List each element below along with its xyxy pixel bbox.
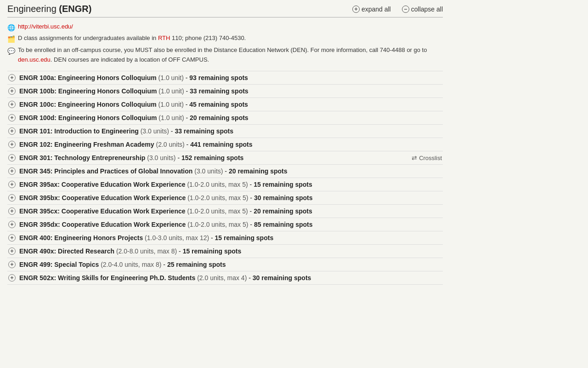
list-item: +ENGR 345: Principles and Practices of G… xyxy=(7,165,443,178)
course-units: (1.0-2.0 units, max 5) xyxy=(186,181,248,188)
course-expand-button[interactable]: + xyxy=(8,247,16,255)
course-units: (2.0 units) xyxy=(154,141,185,148)
course-expand-button[interactable]: + xyxy=(8,221,16,228)
course-units: (3.0 units) xyxy=(192,167,223,175)
info-row-den: 💬 To be enrolled in an off-campus course… xyxy=(7,46,443,65)
collapse-all-label: collapse all xyxy=(411,6,443,13)
course-units: (3.0 units) xyxy=(139,127,169,135)
course-expand-button[interactable]: + xyxy=(8,141,16,148)
course-name: ENGR 499: Special Topics (2.0-4.0 units,… xyxy=(19,261,226,268)
course-name: ENGR 101: Introduction to Engineering (3… xyxy=(19,127,233,135)
list-item: +ENGR 395cx: Cooperative Education Work … xyxy=(7,205,443,218)
crosslist-label: Crosslist xyxy=(419,155,442,161)
course-spots: 30 remaining spots xyxy=(254,194,313,201)
class-icon: 🗂️ xyxy=(7,34,15,44)
course-expand-button[interactable]: + xyxy=(8,194,16,201)
course-units: (1.0 unit) xyxy=(157,114,184,121)
list-item: +ENGR 490x: Directed Research (2.0-8.0 u… xyxy=(7,245,443,258)
course-name: ENGR 301: Technology Entrepreneurship (3… xyxy=(19,154,243,161)
course-spots: 15 remaining spots xyxy=(183,247,242,255)
collapse-all-button[interactable]: − collapse all xyxy=(402,6,443,13)
course-expand-button[interactable]: + xyxy=(8,234,16,242)
course-name: ENGR 100d: Engineering Honors Colloquium… xyxy=(19,114,249,121)
course-expand-button[interactable]: + xyxy=(8,181,16,188)
course-spots: 20 remaining spots xyxy=(190,114,249,121)
course-spots: 33 remaining spots xyxy=(175,127,233,135)
course-name: ENGR 345: Principles and Practices of Gl… xyxy=(19,167,288,175)
course-spots: 20 remaining spots xyxy=(229,167,288,175)
course-units: (1.0 unit) xyxy=(157,101,184,108)
course-spots: 33 remaining spots xyxy=(190,87,249,95)
course-units: (1.0 unit) xyxy=(157,74,184,81)
expand-collapse-controls: + expand all − collapse all xyxy=(352,6,443,13)
course-spots: 30 remaining spots xyxy=(253,274,311,282)
collapse-all-icon: − xyxy=(402,6,409,13)
globe-icon: 🌐 xyxy=(7,23,15,33)
crosslist-icon: ⇄ xyxy=(412,154,417,161)
course-units: (1.0-2.0 units, max 5) xyxy=(186,207,248,215)
course-units: (1.0-2.0 units, max 5) xyxy=(186,221,248,228)
info-icon-bubble: 💬 xyxy=(7,46,15,56)
course-spots: 152 remaining spots xyxy=(181,154,243,161)
list-item: +ENGR 100d: Engineering Honors Colloquiu… xyxy=(7,111,443,125)
rth-link[interactable]: RTH xyxy=(158,34,170,41)
crosslist-badge: ⇄Crosslist xyxy=(412,154,442,161)
website-link[interactable]: http://viterbi.usc.edu/ xyxy=(18,23,73,30)
expand-all-label: expand all xyxy=(362,6,391,13)
course-name: ENGR 100a: Engineering Honors Colloquium… xyxy=(19,74,248,81)
course-units: (2.0-4.0 units, max 8) xyxy=(99,261,161,268)
course-expand-button[interactable]: + xyxy=(8,87,16,95)
course-spots: 15 remaining spots xyxy=(254,181,312,188)
course-expand-button[interactable]: + xyxy=(8,154,16,161)
course-spots: 93 remaining spots xyxy=(189,74,248,81)
course-name: ENGR 395cx: Cooperative Education Work E… xyxy=(19,207,312,215)
course-units: (3.0 units) xyxy=(145,154,175,161)
course-expand-button[interactable]: + xyxy=(8,101,16,108)
course-name: ENGR 100c: Engineering Honors Colloquium… xyxy=(19,101,248,108)
course-units: (1.0 unit) xyxy=(157,87,184,95)
list-item: +ENGR 100b: Engineering Honors Colloquiu… xyxy=(7,85,443,98)
course-spots: 20 remaining spots xyxy=(254,207,312,215)
course-expand-button[interactable]: + xyxy=(8,74,16,81)
course-expand-button[interactable]: + xyxy=(8,114,16,121)
course-spots: 441 remaining spots xyxy=(190,141,252,148)
course-name: ENGR 395dx: Cooperative Education Work E… xyxy=(19,221,313,228)
list-item: +ENGR 301: Technology Entrepreneurship (… xyxy=(7,151,443,165)
course-name: ENGR 400: Engineering Honors Projects (1… xyxy=(19,234,273,242)
info-row-class: 🗂️ D class assignments for undergraduate… xyxy=(7,34,443,44)
course-units: (2.0 units, max 4) xyxy=(195,274,247,282)
list-item: +ENGR 102: Engineering Freshman Academy … xyxy=(7,138,443,151)
list-item: +ENGR 101: Introduction to Engineering (… xyxy=(7,125,443,138)
page-title: Engineering (ENGR) xyxy=(7,4,91,14)
course-units: (1.0-2.0 units, max 5) xyxy=(186,194,248,201)
list-item: +ENGR 400: Engineering Honors Projects (… xyxy=(7,231,443,245)
course-expand-button[interactable]: + xyxy=(8,127,16,135)
course-name: ENGR 395ax: Cooperative Education Work E… xyxy=(19,181,312,188)
course-spots: 15 remaining spots xyxy=(215,234,274,242)
course-units: (1.0-3.0 units, max 12) xyxy=(143,234,209,242)
course-expand-button[interactable]: + xyxy=(8,207,16,215)
course-name: ENGR 102: Engineering Freshman Academy (… xyxy=(19,141,253,148)
list-item: +ENGR 395ax: Cooperative Education Work … xyxy=(7,178,443,191)
info-row-website: 🌐 http://viterbi.usc.edu/ xyxy=(7,22,443,33)
list-item: +ENGR 395dx: Cooperative Education Work … xyxy=(7,218,443,231)
list-item: +ENGR 499: Special Topics (2.0-4.0 units… xyxy=(7,258,443,271)
course-units: (2.0-8.0 units, max 8) xyxy=(114,247,177,255)
course-name: ENGR 100b: Engineering Honors Colloquium… xyxy=(19,87,249,95)
list-item: +ENGR 100a: Engineering Honors Colloquiu… xyxy=(7,71,443,85)
expand-all-button[interactable]: + expand all xyxy=(352,6,391,13)
list-item: +ENGR 100c: Engineering Honors Colloquiu… xyxy=(7,98,443,111)
course-spots: 45 remaining spots xyxy=(189,101,248,108)
course-name: ENGR 502x: Writing Skills for Engineerin… xyxy=(19,274,311,282)
list-item: +ENGR 502x: Writing Skills for Engineeri… xyxy=(7,271,443,285)
course-expand-button[interactable]: + xyxy=(8,167,16,175)
course-name: ENGR 490x: Directed Research (2.0-8.0 un… xyxy=(19,247,241,255)
course-name: ENGR 395bx: Cooperative Education Work E… xyxy=(19,194,313,201)
expand-all-icon: + xyxy=(352,6,360,13)
den-link[interactable]: den.usc.edu xyxy=(18,56,51,63)
course-expand-button[interactable]: + xyxy=(8,274,16,282)
course-expand-button[interactable]: + xyxy=(8,261,16,268)
course-spots: 85 remaining spots xyxy=(254,221,313,228)
list-item: +ENGR 395bx: Cooperative Education Work … xyxy=(7,191,443,205)
course-spots: 25 remaining spots xyxy=(167,261,226,268)
